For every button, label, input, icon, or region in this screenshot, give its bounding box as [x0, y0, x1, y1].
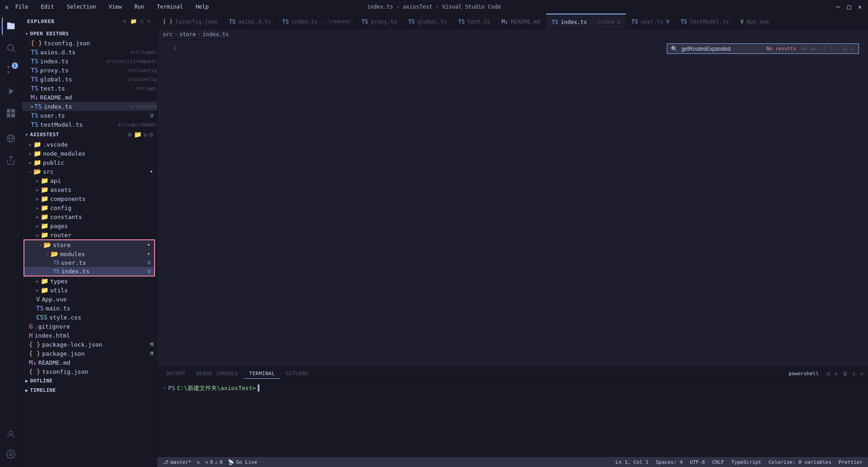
folder-assets[interactable]: ▶ 📁 assets: [22, 185, 157, 194]
menu-terminal[interactable]: Terminal: [154, 3, 186, 11]
search-more-options[interactable]: ☰: [842, 45, 848, 52]
open-editor-global[interactable]: TS global.ts src\config: [22, 75, 157, 84]
tab-testmodel[interactable]: TS testModel.ts: [675, 14, 735, 29]
tab-global[interactable]: TS global.ts: [403, 14, 453, 29]
file-main-ts[interactable]: TS main.ts: [22, 304, 157, 313]
file-index-ts-store[interactable]: TS index.ts U: [24, 267, 154, 276]
folder-modules[interactable]: ▾ 📂 modules •: [24, 249, 154, 258]
file-gitignore[interactable]: G .gitignore: [22, 322, 157, 331]
file-index-html[interactable]: H index.html: [22, 331, 157, 340]
outline-section[interactable]: ▶ OUTLINE: [22, 376, 157, 386]
status-prettier[interactable]: Prettier: [837, 459, 864, 465]
panel-close-icon[interactable]: ✕: [859, 370, 864, 378]
tab-readme[interactable]: M↓ README.md: [496, 14, 546, 29]
panel-tab-debug-console[interactable]: DEBUG CONSOLE: [191, 369, 244, 378]
folder-node-modules[interactable]: ▶ 📁 node_modules: [22, 149, 157, 158]
folder-src[interactable]: ▾ 📂 src •: [22, 167, 157, 176]
menu-edit[interactable]: Edit: [38, 3, 57, 11]
open-editor-index-request[interactable]: TS index.ts src\utils\request: [22, 57, 157, 66]
folder-types[interactable]: ▶ 📁 types: [22, 276, 157, 286]
breadcrumb-index[interactable]: index.ts: [203, 31, 229, 38]
folder-public[interactable]: ▶ 📁 public: [22, 158, 157, 167]
tab-close-button[interactable]: ✕: [617, 19, 620, 25]
tab-app-vue[interactable]: V App.vue: [735, 14, 775, 29]
panel-tab-terminal[interactable]: TERMINAL: [244, 369, 280, 379]
folder-utils[interactable]: ▶ 📁 utils: [22, 286, 157, 295]
folder-constants[interactable]: ▶ 📁 constants: [22, 212, 157, 221]
file-user-ts[interactable]: TS user.ts U: [24, 258, 154, 267]
file-tsconfig-json[interactable]: { } tsconfig.json: [22, 367, 157, 376]
prev-match-button[interactable]: ↑: [829, 45, 834, 52]
close-search-button[interactable]: ✕: [850, 45, 855, 52]
close-icon[interactable]: ✕: [31, 104, 33, 109]
menu-file[interactable]: File: [13, 3, 31, 11]
collapse-all-icon[interactable]: ⊖: [146, 17, 151, 25]
panel-maximize-icon[interactable]: ∧: [852, 370, 857, 378]
panel-tab-output[interactable]: OUTPUT: [161, 369, 191, 378]
tab-test[interactable]: TS test.ts: [453, 14, 496, 29]
use-regex-button[interactable]: .*: [819, 45, 827, 52]
activity-source-control[interactable]: 1: [2, 61, 20, 79]
new-file-icon[interactable]: ⊕: [122, 17, 127, 25]
new-folder-action[interactable]: 📁: [134, 131, 142, 138]
status-spaces[interactable]: Spaces: 4: [654, 459, 684, 465]
activity-settings[interactable]: [2, 445, 20, 463]
open-editor-proxy[interactable]: TS proxy.ts src\config: [22, 66, 157, 75]
axiostest-section[interactable]: ▾ AXIOSTEST ⊕ 📁 ↻ ⊖: [22, 129, 157, 140]
activity-live-share[interactable]: [2, 151, 20, 169]
folder-store[interactable]: ▾ 📂 store •: [24, 240, 154, 249]
match-whole-word-button[interactable]: ab: [810, 45, 817, 52]
refresh-icon[interactable]: ↻: [140, 17, 145, 25]
file-package-lock[interactable]: { } package-lock.json M: [22, 340, 157, 349]
activity-search[interactable]: [2, 39, 20, 57]
tab-index-request[interactable]: TS index.ts ...\request: [277, 14, 356, 29]
panel-tab-gitlens[interactable]: GITLENS: [280, 369, 314, 378]
file-style-css[interactable]: CSS style.css: [22, 313, 157, 322]
open-editor-test[interactable]: TS test.ts src\api: [22, 84, 157, 93]
search-input[interactable]: [681, 46, 763, 52]
activity-extensions[interactable]: [2, 104, 20, 122]
close-button[interactable]: ✕: [856, 3, 863, 10]
folder-pages[interactable]: ▶ 📁 pages: [22, 221, 157, 230]
open-editor-testmodel[interactable]: TS testModel.ts src\api\model: [22, 120, 157, 129]
status-sync[interactable]: ↻: [195, 459, 202, 465]
status-language[interactable]: TypeScript: [730, 459, 763, 465]
editor-body[interactable]: [180, 40, 868, 367]
refresh-action[interactable]: ↻: [143, 131, 147, 138]
file-package-json[interactable]: { } package.json M: [22, 349, 157, 358]
folder-router[interactable]: ▶ 📁 router: [22, 230, 157, 239]
activity-remote-explorer[interactable]: [2, 129, 20, 148]
status-encoding[interactable]: UTF-8: [688, 459, 707, 465]
match-case-button[interactable]: Aa: [800, 45, 807, 52]
terminal-split-icon[interactable]: ⊟: [826, 370, 831, 378]
menu-view[interactable]: View: [106, 3, 124, 11]
open-editor-readme[interactable]: M↓ README.md: [22, 93, 157, 102]
minimize-button[interactable]: ─: [835, 3, 842, 10]
collapse-action[interactable]: ⊖: [149, 131, 153, 138]
breadcrumb-store[interactable]: store: [179, 31, 196, 38]
timeline-section[interactable]: ▶ TIMELINE: [22, 386, 157, 395]
status-colorize[interactable]: Colorize: 0 variables: [767, 459, 833, 465]
folder-config[interactable]: ▶ 📁 config: [22, 203, 157, 212]
folder-api[interactable]: ▶ 📁 api: [22, 176, 157, 185]
open-editors-section[interactable]: ▾ OPEN EDITORS: [22, 29, 157, 38]
maximize-button[interactable]: □: [845, 3, 853, 10]
breadcrumb-src[interactable]: src: [163, 31, 173, 38]
next-match-button[interactable]: ↓: [835, 45, 840, 52]
status-live[interactable]: 📡 Go Live: [226, 459, 259, 465]
open-editor-tsconfig[interactable]: { } tsconfig.json: [22, 38, 157, 48]
open-editor-axios[interactable]: TS axios.d.ts src\types: [22, 48, 157, 57]
tab-proxy[interactable]: TS proxy.ts: [356, 14, 403, 29]
file-readme-md[interactable]: M↓ README.md: [22, 358, 157, 367]
tab-index-store[interactable]: TS index.ts ...\store ✕: [546, 14, 626, 29]
open-editor-user[interactable]: TS user.ts U: [22, 111, 157, 120]
folder-components[interactable]: ▶ 📁 components: [22, 194, 157, 203]
folder-vscode[interactable]: ▶ 📁 .vscode: [22, 140, 157, 149]
status-line-ending[interactable]: CRLF: [710, 459, 726, 465]
tab-axios[interactable]: TS axios.d.ts: [224, 14, 277, 29]
terminal-trash-icon[interactable]: 🗑: [842, 370, 849, 378]
activity-explorer[interactable]: [2, 17, 20, 35]
activity-run-debug[interactable]: [2, 82, 20, 100]
new-folder-icon[interactable]: 📁: [129, 17, 138, 25]
menu-help[interactable]: Help: [193, 3, 212, 11]
